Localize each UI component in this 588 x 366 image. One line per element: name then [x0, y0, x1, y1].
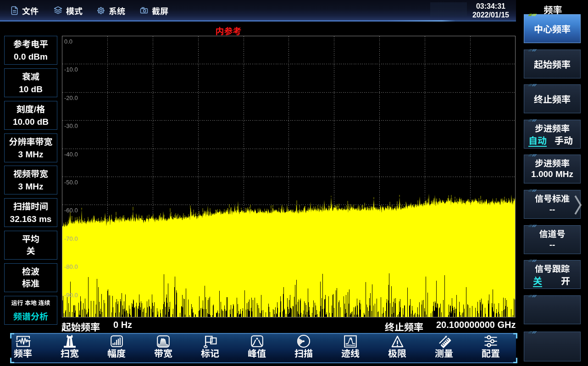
- svg-text:0.0: 0.0: [64, 38, 72, 45]
- svg-text:-30.0: -30.0: [64, 122, 78, 129]
- svg-text:-60.0: -60.0: [64, 207, 78, 214]
- svg-text:-40.0: -40.0: [64, 151, 78, 158]
- svg-text:-50.0: -50.0: [64, 179, 78, 186]
- svg-text:-70.0: -70.0: [64, 235, 78, 242]
- svg-text:-80.0: -80.0: [64, 263, 78, 270]
- svg-text:-20.0: -20.0: [64, 94, 78, 101]
- svg-text:-10.0: -10.0: [64, 66, 78, 73]
- svg-text:-90.0: -90.0: [64, 292, 78, 299]
